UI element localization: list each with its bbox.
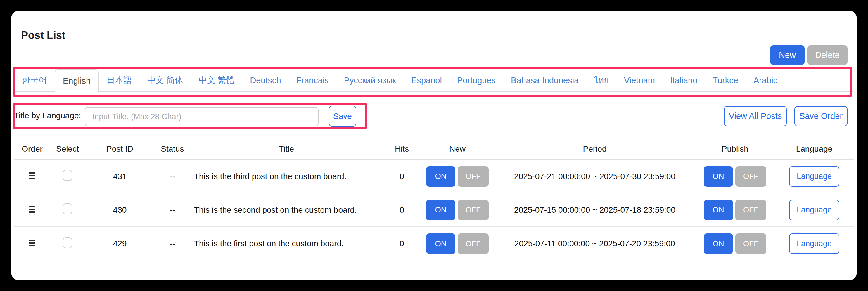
post-hits: 0 — [400, 205, 404, 215]
publish-on-button[interactable]: ON — [704, 166, 733, 187]
column-header: Title — [190, 138, 383, 160]
post-period: 2025-07-11 00:00:00 ~ 2025-07-20 23:59:0… — [515, 239, 675, 248]
row-checkbox[interactable] — [63, 237, 72, 248]
title-by-language-label: Title by Language: — [14, 111, 81, 120]
post-title: This is the third post on the custom boa… — [194, 172, 346, 181]
post-status: -- — [170, 239, 175, 248]
row-checkbox[interactable] — [63, 203, 72, 215]
post-status: -- — [170, 172, 175, 181]
column-header: Select — [50, 138, 85, 160]
post-hits: 0 — [400, 239, 404, 248]
post-period: 2025-07-15 00:00:00 ~ 2025-07-18 23:59:0… — [514, 205, 675, 215]
row-checkbox[interactable] — [63, 170, 72, 181]
new-on-button[interactable]: ON — [426, 200, 455, 220]
tab-language-11[interactable]: ไทย — [586, 69, 616, 92]
tab-language-6[interactable]: Francais — [289, 69, 336, 92]
post-table: OrderSelectPost IDStatusTitleHitsNewPeri… — [14, 138, 854, 260]
new-button[interactable]: New — [770, 45, 805, 65]
new-on-button[interactable]: ON — [426, 166, 455, 187]
language-tabs: 한국어English日本語中文 简体中文 繁體DeutschFrancaisРу… — [14, 69, 854, 92]
tab-language-10[interactable]: Bahasa Indonesia — [503, 69, 586, 92]
new-off-button[interactable]: OFF — [458, 200, 489, 220]
language-button[interactable]: Language — [789, 166, 839, 187]
tab-language-12[interactable]: Vietnam — [616, 69, 662, 92]
title-input[interactable] — [85, 107, 318, 126]
tab-language-8[interactable]: Espanol — [404, 69, 450, 92]
post-id: 430 — [113, 205, 127, 215]
column-header: New — [421, 138, 494, 160]
column-header: Post ID — [85, 138, 155, 160]
tab-language-5[interactable]: Deutsch — [242, 69, 288, 92]
new-toggle: ONOFF — [421, 166, 494, 187]
new-toggle: ONOFF — [421, 233, 494, 254]
toolbar: View All Posts Save Order — [724, 106, 847, 126]
table-row: 429--This is the first post on the custo… — [14, 227, 854, 260]
save-button[interactable]: Save — [329, 106, 356, 127]
delete-button[interactable]: Delete — [807, 45, 847, 65]
column-header: Period — [494, 138, 695, 160]
view-all-posts-button[interactable]: View All Posts — [724, 106, 787, 126]
publish-toggle: ONOFF — [695, 200, 774, 220]
drag-handle-icon[interactable] — [29, 206, 35, 213]
tab-language-13[interactable]: Italiano — [662, 69, 705, 92]
top-actions: New Delete — [770, 45, 847, 65]
tab-language-9[interactable]: Portugues — [450, 69, 503, 92]
tab-language-2[interactable]: 日本語 — [99, 69, 140, 92]
column-header: Hits — [383, 138, 421, 160]
post-status: -- — [170, 205, 175, 215]
column-header: Language — [774, 138, 854, 160]
column-header: Status — [155, 138, 190, 160]
tab-language-15[interactable]: Arabic — [746, 69, 785, 92]
tab-language-14[interactable]: Turkce — [705, 69, 746, 92]
new-on-button[interactable]: ON — [426, 233, 455, 254]
post-title: This is the first post on the custom boa… — [194, 239, 344, 248]
save-order-button[interactable]: Save Order — [794, 106, 847, 126]
column-header: Order — [14, 138, 50, 160]
tab-language-1[interactable]: English — [55, 69, 99, 93]
publish-toggle: ONOFF — [695, 166, 774, 187]
tab-language-3[interactable]: 中文 简体 — [140, 69, 191, 92]
new-off-button[interactable]: OFF — [458, 166, 489, 187]
table-row: 431--This is the third post on the custo… — [14, 160, 854, 193]
tab-language-7[interactable]: Русский язык — [336, 69, 404, 92]
publish-on-button[interactable]: ON — [704, 200, 733, 220]
tab-language-4[interactable]: 中文 繁體 — [191, 69, 242, 92]
publish-toggle: ONOFF — [695, 233, 774, 254]
post-id: 429 — [113, 239, 127, 248]
post-hits: 0 — [400, 172, 404, 181]
language-button[interactable]: Language — [789, 233, 839, 254]
column-header: Publish — [695, 138, 774, 160]
drag-handle-icon[interactable] — [29, 239, 35, 246]
post-period: 2025-07-21 00:00:00 ~ 2025-07-30 23:59:0… — [514, 172, 675, 181]
post-id: 431 — [113, 172, 127, 181]
publish-off-button[interactable]: OFF — [735, 200, 766, 220]
publish-off-button[interactable]: OFF — [735, 166, 766, 187]
language-button[interactable]: Language — [789, 200, 839, 220]
post-title: This is the second post on the custom bo… — [194, 205, 357, 215]
tab-language-0[interactable]: 한국어 — [14, 69, 55, 92]
publish-on-button[interactable]: ON — [704, 233, 733, 254]
new-toggle: ONOFF — [421, 200, 494, 220]
content-panel: Post List New Delete 한국어English日本語中文 简体中… — [11, 10, 857, 281]
table-header-row: OrderSelectPost IDStatusTitleHitsNewPeri… — [14, 138, 854, 160]
table-row: 430--This is the second post on the cust… — [14, 193, 854, 227]
new-off-button[interactable]: OFF — [458, 233, 489, 254]
drag-handle-icon[interactable] — [29, 172, 35, 179]
publish-off-button[interactable]: OFF — [735, 233, 766, 254]
page-title: Post List — [21, 29, 65, 41]
